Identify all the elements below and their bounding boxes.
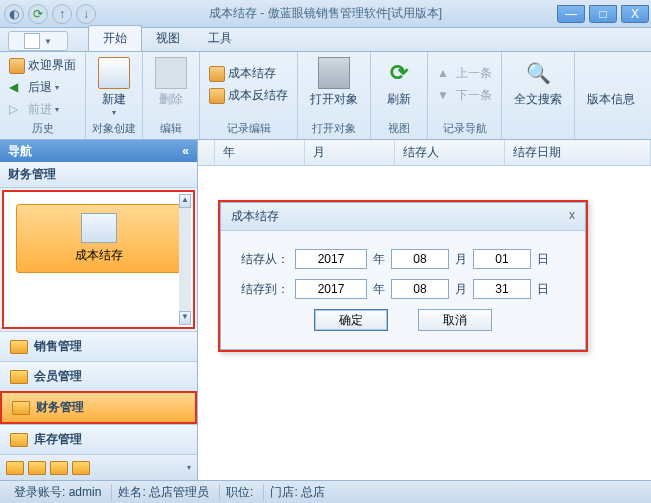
refresh-icon: ⟳ bbox=[383, 57, 415, 89]
dialog-close-button[interactable]: x bbox=[569, 208, 575, 225]
window-title: 成本结存 - 傲蓝眼镜销售管理软件[试用版本] bbox=[96, 5, 555, 22]
menubar: ▼ 开始 视图 工具 bbox=[0, 28, 651, 52]
delete-button[interactable]: 删除 bbox=[149, 55, 193, 110]
group-record-nav-label: 记录导航 bbox=[434, 120, 495, 136]
welcome-button[interactable]: 欢迎界面 bbox=[6, 55, 79, 76]
nav-collapse-button[interactable]: « bbox=[182, 144, 189, 158]
unit-year: 年 bbox=[373, 281, 385, 298]
from-label: 结存从： bbox=[241, 251, 289, 268]
back-button[interactable]: ◀后退 ▾ bbox=[6, 77, 79, 98]
nav-group-finance[interactable]: 财务管理 bbox=[0, 391, 197, 424]
open-icon bbox=[318, 57, 350, 89]
cost-settle-dialog: 成本结存 x 结存从： 年 月 日 结存到： bbox=[218, 200, 588, 352]
cost-settle-icon bbox=[81, 213, 117, 243]
nav-group-stock[interactable]: 库存管理 bbox=[0, 424, 197, 454]
unsettle-icon bbox=[209, 88, 225, 104]
sys-menu-button[interactable]: ◐ bbox=[4, 4, 24, 24]
back-icon: ◀ bbox=[9, 80, 25, 96]
prev-record-button[interactable]: ▲上一条 bbox=[434, 63, 495, 84]
group-open-label: 打开对象 bbox=[304, 120, 364, 136]
refresh-quick-button[interactable]: ⟳ bbox=[28, 4, 48, 24]
forward-button[interactable]: ▷前进 ▾ bbox=[6, 99, 79, 120]
tab-tools[interactable]: 工具 bbox=[194, 26, 246, 51]
th-month[interactable]: 月 bbox=[305, 140, 395, 165]
statusbar: 登录账号: admin 姓名: 总店管理员 职位: 门店: 总店 bbox=[0, 480, 651, 503]
th-person[interactable]: 结存人 bbox=[395, 140, 505, 165]
nav-item-cost-settle[interactable]: 成本结存 bbox=[16, 204, 181, 273]
fulltext-search-button[interactable]: 🔍全文搜索 bbox=[508, 55, 568, 110]
th-date[interactable]: 结存日期 bbox=[505, 140, 651, 165]
nav-content: 成本结存 ▲ ▼ bbox=[2, 190, 195, 329]
group-create-label: 对象创建 bbox=[92, 120, 136, 136]
unit-year: 年 bbox=[373, 251, 385, 268]
maximize-button[interactable]: □ bbox=[589, 5, 617, 23]
tab-view[interactable]: 视图 bbox=[142, 26, 194, 51]
status-account: 登录账号: admin bbox=[8, 484, 107, 501]
to-day-input[interactable] bbox=[473, 279, 531, 299]
next-record-button[interactable]: ▼下一条 bbox=[434, 85, 495, 106]
status-title: 职位: bbox=[219, 484, 259, 501]
cost-unsettle-button[interactable]: 成本反结存 bbox=[206, 85, 291, 106]
folder-icon bbox=[10, 433, 28, 447]
th-selector[interactable] bbox=[198, 140, 215, 165]
scroll-up-button[interactable]: ▲ bbox=[179, 194, 191, 208]
folder-icon[interactable] bbox=[50, 461, 68, 475]
minimize-button[interactable]: — bbox=[557, 5, 585, 23]
cancel-button[interactable]: 取消 bbox=[418, 309, 492, 331]
group-view-label: 视图 bbox=[377, 120, 421, 136]
group-history-label: 历史 bbox=[6, 120, 79, 136]
unit-day: 日 bbox=[537, 251, 549, 268]
from-day-input[interactable] bbox=[473, 249, 531, 269]
folder-icon bbox=[10, 340, 28, 354]
nav-footer: ▾ bbox=[0, 454, 197, 480]
delete-icon bbox=[155, 57, 187, 89]
folder-icon[interactable] bbox=[6, 461, 24, 475]
new-icon bbox=[98, 57, 130, 89]
table-header: 年 月 结存人 结存日期 bbox=[198, 140, 651, 166]
open-object-button[interactable]: 打开对象 bbox=[304, 55, 364, 110]
folder-icon[interactable] bbox=[72, 461, 90, 475]
nav-config-button[interactable]: ▾ bbox=[187, 463, 191, 472]
to-month-input[interactable] bbox=[391, 279, 449, 299]
to-label: 结存到： bbox=[241, 281, 289, 298]
nav-group-member[interactable]: 会员管理 bbox=[0, 361, 197, 391]
folder-icon bbox=[10, 370, 28, 384]
ribbon: 欢迎界面 ◀后退 ▾ ▷前进 ▾ 历史 新建▾ 对象创建 删除 编辑 成本结存 … bbox=[0, 52, 651, 140]
down-icon: ▼ bbox=[437, 88, 453, 104]
from-year-input[interactable] bbox=[295, 249, 367, 269]
nav-group-sales[interactable]: 销售管理 bbox=[0, 331, 197, 361]
to-year-input[interactable] bbox=[295, 279, 367, 299]
version-info-button[interactable]: 版本信息 bbox=[581, 55, 641, 110]
scroll-down-button[interactable]: ▼ bbox=[179, 311, 191, 325]
dialog-title-text: 成本结存 bbox=[231, 208, 279, 225]
chevron-down-icon: ▼ bbox=[44, 37, 52, 46]
refresh-button[interactable]: ⟳刷新 bbox=[377, 55, 421, 110]
cost-settle-button[interactable]: 成本结存 bbox=[206, 63, 291, 84]
titlebar: ◐ ⟳ ↑ ↓ 成本结存 - 傲蓝眼镜销售管理软件[试用版本] — □ X bbox=[0, 0, 651, 28]
group-record-edit-label: 记录编辑 bbox=[206, 120, 291, 136]
status-shop: 门店: 总店 bbox=[263, 484, 331, 501]
nav-panel: 导航 « 财务管理 成本结存 ▲ ▼ 销售管理 会员管理 财务管理 库存管理 bbox=[0, 140, 198, 480]
home-icon bbox=[9, 58, 25, 74]
status-name: 姓名: 总店管理员 bbox=[111, 484, 215, 501]
quick-down-button[interactable]: ↓ bbox=[76, 4, 96, 24]
info-icon bbox=[595, 57, 627, 89]
nav-header: 导航 « bbox=[0, 140, 197, 162]
th-year[interactable]: 年 bbox=[215, 140, 305, 165]
group-edit-label: 编辑 bbox=[149, 120, 193, 136]
content-area: 年 月 结存人 结存日期 成本结存 x 结存从： 年 月 bbox=[198, 140, 651, 480]
settle-icon bbox=[209, 66, 225, 82]
close-button[interactable]: X bbox=[621, 5, 649, 23]
unit-month: 月 bbox=[455, 281, 467, 298]
forward-icon: ▷ bbox=[9, 102, 25, 118]
unit-month: 月 bbox=[455, 251, 467, 268]
nav-scrollbar[interactable]: ▲ ▼ bbox=[179, 194, 191, 325]
app-menu-dropdown[interactable]: ▼ bbox=[8, 31, 68, 51]
unit-day: 日 bbox=[537, 281, 549, 298]
tab-start[interactable]: 开始 bbox=[88, 25, 142, 51]
ok-button[interactable]: 确定 bbox=[314, 309, 388, 331]
folder-icon[interactable] bbox=[28, 461, 46, 475]
quick-up-button[interactable]: ↑ bbox=[52, 4, 72, 24]
from-month-input[interactable] bbox=[391, 249, 449, 269]
new-button[interactable]: 新建▾ bbox=[92, 55, 136, 119]
